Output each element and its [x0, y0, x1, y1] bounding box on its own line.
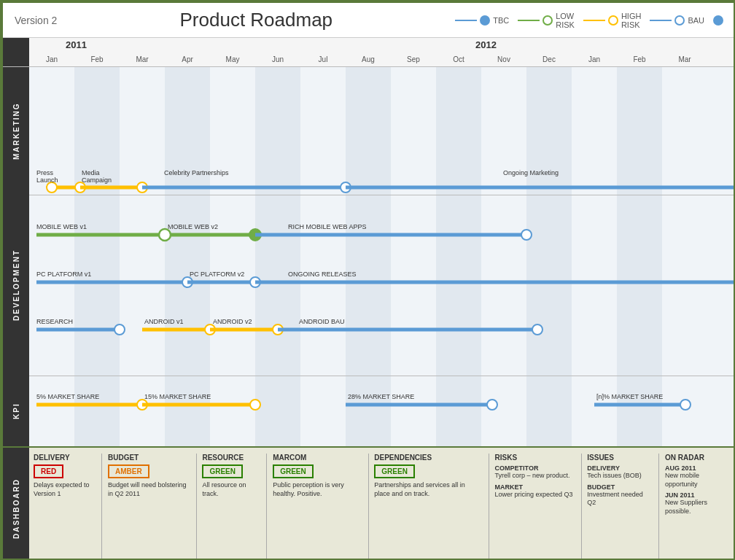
svg-text:Media: Media	[82, 169, 100, 176]
legend-highrisk: HIGHRISK	[583, 12, 642, 29]
row-label-marketing: MARKETING	[3, 67, 29, 195]
budget-badge: AMBER	[108, 464, 149, 478]
svg-text:28% MARKET  SHARE: 28% MARKET SHARE	[348, 393, 414, 400]
budget-title: BUDGET	[108, 454, 190, 462]
legend-bau: BAU	[650, 15, 704, 26]
budget-text: Budget will need bolstering in Q2 2011	[108, 481, 190, 498]
dashboard-risks: RISKS COMPETITOR Tyrell corp – new produ…	[495, 454, 575, 560]
dashboard-delivery: DELIVERY RED Delays expected to Version …	[34, 454, 96, 560]
svg-point-1	[47, 182, 57, 192]
risk-market-text: Lower pricing expected Q3	[495, 491, 575, 499]
dependencies-text: Partnerships and services all in place a…	[374, 481, 483, 498]
issue-delivery-text: Tech issues (BOB)	[587, 472, 653, 481]
dependencies-badge: GREEN	[374, 464, 415, 478]
svg-point-17	[159, 229, 171, 241]
dashboard-content: DELIVERY RED Delays expected to Version …	[29, 448, 735, 560]
legend-lowrisk-label: LOWRISK	[556, 12, 575, 29]
issue-budget: BUDGET Investment needed Q2	[587, 483, 653, 508]
issue-delivery-title: DELIVERY	[587, 464, 653, 472]
svg-text:[n]% MARKET  SHARE: [n]% MARKET SHARE	[596, 393, 663, 400]
marcom-text: Public perception is very healthy. Posit…	[273, 481, 362, 498]
month-feb11: Feb	[74, 55, 120, 63]
issue-budget-text: Investment needed Q2	[587, 491, 653, 508]
onradar-jun: JUN 2011 New Suppliers possible.	[665, 491, 731, 516]
chart-area: MARKETING DEVELOPMENT KPI	[3, 67, 735, 446]
svg-point-41	[532, 324, 542, 335]
onradar-jun-title: JUN 2011	[665, 491, 731, 499]
marcom-badge: GREEN	[273, 464, 314, 478]
delivery-badge: RED	[34, 464, 63, 478]
legend: TBC LOWRISK HIGHRISK BAU	[455, 12, 723, 29]
legend-tbc-label: TBC	[493, 16, 509, 25]
risks-title: RISKS	[495, 454, 575, 462]
month-mar11: Mar	[120, 55, 165, 63]
delivery-title: DELIVERY	[34, 454, 96, 462]
svg-text:ANDROID BAU: ANDROID BAU	[299, 318, 345, 325]
risk-market-title: MARKET	[495, 483, 575, 491]
svg-text:ANDROID v2: ANDROID v2	[213, 318, 252, 325]
divider-3	[266, 454, 267, 560]
version-label: Version 2	[15, 15, 57, 26]
svg-text:Campaign: Campaign	[82, 176, 112, 184]
month-jul11: Jul	[300, 55, 346, 63]
month-mar12: Mar	[662, 55, 707, 63]
dashboard-budget: BUDGET AMBER Budget will need bolstering…	[108, 454, 190, 560]
divider-1	[101, 454, 102, 560]
month-aug11: Aug	[346, 55, 391, 63]
dashboard-onradar: ON RADAR AUG 2011 New mobile opportunity…	[665, 454, 731, 560]
legend-tbc: TBC	[455, 15, 509, 26]
divider-5	[489, 454, 489, 560]
svg-point-32	[114, 324, 125, 335]
svg-text:RESEARCH: RESEARCH	[36, 318, 73, 325]
svg-text:PC PLATFORM  v2: PC PLATFORM v2	[190, 271, 244, 278]
row-label-kpi: KPI	[3, 376, 29, 446]
onradar-jun-text: New Suppliers possible.	[665, 499, 731, 516]
risk-competitor-text: Tyrell corp – new product.	[495, 472, 575, 481]
risk-competitor-title: COMPETITOR	[495, 464, 575, 472]
issues-title: ISSUES	[587, 454, 653, 462]
risk-market: MARKET Lower pricing expected Q3	[495, 483, 575, 499]
divider-4	[368, 454, 369, 560]
onradar-aug: AUG 2011 New mobile opportunity	[665, 464, 731, 489]
year-2011: 2011	[66, 39, 87, 50]
month-jun11: Jun	[255, 55, 300, 63]
svg-point-47	[250, 400, 260, 410]
svg-point-53	[680, 400, 691, 410]
onradar-aug-title: AUG 2011	[665, 464, 731, 472]
svg-text:15% MARKET  SHARE: 15% MARKET SHARE	[144, 393, 211, 400]
svg-point-50	[487, 400, 497, 410]
dashboard-label: DASHBOARD	[3, 448, 29, 560]
svg-text:MOBILE WEB v2: MOBILE WEB v2	[168, 223, 218, 230]
page-title: Product Roadmap	[180, 9, 333, 31]
svg-text:MOBILE WEB v1: MOBILE WEB v1	[36, 223, 87, 230]
resource-title: RESOURCE	[202, 454, 260, 462]
svg-text:PC PLATFORM  v1: PC PLATFORM v1	[36, 271, 91, 278]
legend-end-dot	[713, 15, 723, 26]
header: Version 2 Product Roadmap TBC LOWRISK HI…	[3, 3, 735, 38]
onradar-title: ON RADAR	[665, 454, 731, 462]
svg-text:Celebrity Partnerships: Celebrity Partnerships	[164, 169, 229, 176]
month-dec11: Dec	[526, 55, 572, 63]
svg-text:5% MARKET  SHARE: 5% MARKET SHARE	[36, 393, 99, 400]
risk-competitor: COMPETITOR Tyrell corp – new product.	[495, 464, 575, 481]
marcom-title: MARCOM	[273, 454, 362, 462]
divider-7	[658, 454, 659, 560]
dependencies-title: DEPENDENCIES	[374, 454, 483, 462]
svg-text:Ongoing Marketing: Ongoing Marketing	[503, 169, 559, 176]
dashboard-dependencies: DEPENDENCIES GREEN Partnerships and serv…	[374, 454, 483, 560]
legend-lowrisk: LOWRISK	[518, 12, 575, 29]
month-nov11: Nov	[481, 55, 526, 63]
month-sep11: Sep	[391, 55, 436, 63]
svg-text:RICH MOBILE  WEB APPS: RICH MOBILE WEB APPS	[288, 223, 367, 230]
legend-highrisk-label: HIGHRISK	[621, 12, 642, 29]
resource-badge: GREEN	[202, 464, 243, 478]
month-row: Jan Feb Mar Apr May Jun Jul Aug Sep Oct …	[29, 55, 735, 63]
month-oct11: Oct	[436, 55, 481, 63]
month-jan12: Jan	[572, 55, 617, 63]
divider-6	[581, 454, 582, 560]
chart-svg: Press Launch Media Campaign Celebrity Pa…	[29, 67, 735, 446]
divider-2	[196, 454, 197, 560]
dashboard: DASHBOARD DELIVERY RED Delays expected t…	[3, 446, 735, 560]
dashboard-issues: ISSUES DELIVERY Tech issues (BOB) BUDGET…	[587, 454, 653, 560]
row-label-development: DEVELOPMENT	[3, 195, 29, 376]
